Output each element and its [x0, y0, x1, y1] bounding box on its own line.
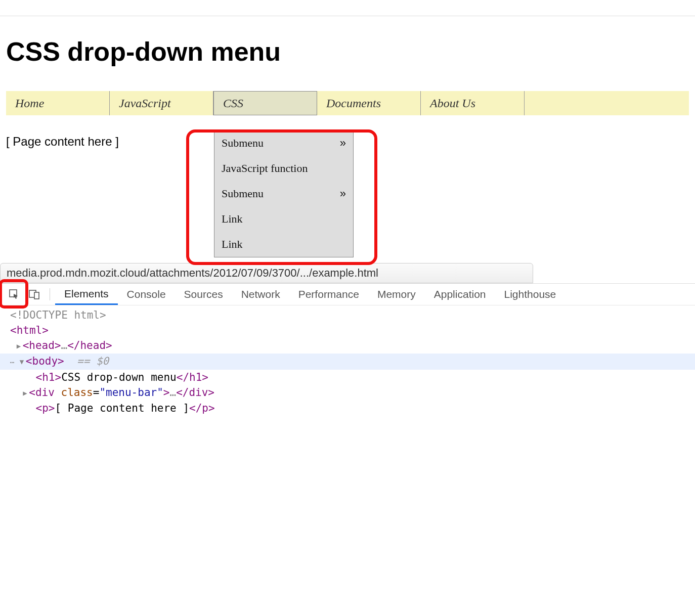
dropdown-menu: Submenu » JavaScript function Submenu » … — [214, 130, 354, 257]
dropdown-item[interactable]: JavaScript function — [214, 156, 353, 181]
devtools-tab-application[interactable]: Application — [425, 284, 495, 305]
svg-rect-2 — [34, 292, 39, 299]
dropdown-item-label: Submenu — [222, 187, 264, 200]
devtools-panel: Elements Console Sources Network Perform… — [0, 283, 695, 416]
expand-triangle-icon[interactable]: ▶ — [17, 338, 23, 354]
dropdown-item-label: Link — [222, 212, 243, 226]
code-selected-line[interactable]: ⋯ ▼<body> == $0 — [0, 354, 695, 370]
device-toggle-icon[interactable] — [26, 287, 42, 301]
menu-item-javascript[interactable]: JavaScript — [110, 91, 213, 115]
page-title: CSS drop-down menu — [6, 36, 689, 67]
dropdown-item[interactable]: Link — [214, 232, 353, 257]
inspect-element-icon[interactable] — [6, 287, 22, 301]
menu-bar: Home JavaScript CSS Documents About Us — [6, 91, 689, 115]
menu-item-css[interactable]: CSS — [213, 91, 317, 115]
devtools-tab-network[interactable]: Network — [232, 284, 289, 305]
devtools-tab-lighthouse[interactable]: Lighthouse — [495, 284, 565, 305]
devtools-tab-elements[interactable]: Elements — [55, 284, 118, 305]
expand-triangle-icon[interactable]: ▶ — [23, 385, 29, 401]
dropdown-item[interactable]: Link — [214, 206, 353, 232]
devtools-tab-performance[interactable]: Performance — [289, 284, 368, 305]
devtools-tab-memory[interactable]: Memory — [368, 284, 425, 305]
chevron-right-icon: » — [340, 187, 346, 200]
dropdown-item-label: JavaScript function — [222, 162, 308, 175]
menu-item-documents[interactable]: Documents — [317, 91, 421, 115]
page-content-area: CSS drop-down menu Home JavaScript CSS D… — [0, 16, 695, 167]
dropdown-item-label: Link — [222, 238, 243, 251]
menu-spacer — [525, 91, 689, 115]
devtools-dom-tree[interactable]: <!DOCTYPE html> <html> ▶<head>…</head> ⋯… — [0, 305, 695, 416]
dropdown-item[interactable]: Submenu » — [214, 130, 353, 156]
menu-item-home[interactable]: Home — [6, 91, 110, 115]
menu-item-about[interactable]: About Us — [421, 91, 525, 115]
code-doctype: <!DOCTYPE html> — [10, 309, 106, 321]
toolbar-separator — [50, 288, 50, 300]
chevron-right-icon: » — [340, 137, 346, 150]
dropdown-item[interactable]: Submenu » — [214, 181, 353, 206]
dropdown-item-label: Submenu — [222, 137, 264, 150]
devtools-toolbar: Elements Console Sources Network Perform… — [0, 283, 695, 305]
devtools-tab-sources[interactable]: Sources — [175, 284, 232, 305]
code-html-open: <html> — [10, 324, 49, 336]
devtools-tab-console[interactable]: Console — [118, 284, 175, 305]
iframe-url-text: media.prod.mdn.mozit.cloud/attachments/2… — [7, 267, 378, 279]
iframe-url-bar: media.prod.mdn.mozit.cloud/attachments/2… — [0, 263, 533, 283]
browser-bookmark-bar — [0, 0, 695, 16]
collapse-triangle-icon[interactable]: ▼ — [20, 354, 26, 369]
